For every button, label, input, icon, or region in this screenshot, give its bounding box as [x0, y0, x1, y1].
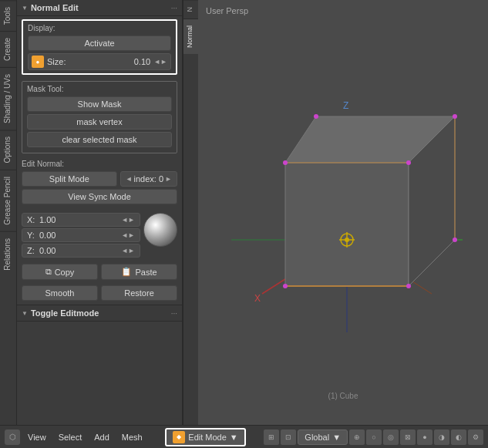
- global-button[interactable]: Global ▼: [298, 429, 348, 445]
- index-button[interactable]: ◄ index: 0 ►: [120, 171, 177, 187]
- index-arrow-right: ►: [165, 175, 172, 183]
- left-tab-create[interactable]: Create: [0, 31, 16, 67]
- paste-label: Paste: [135, 268, 156, 277]
- paste-button[interactable]: 📋 Paste: [101, 264, 177, 280]
- z-value[interactable]: 0.00: [39, 246, 121, 255]
- right-icons: ⊞ ⊡ Global ▼ ⊕ ○ ◎ ⊠ ● ◑ ◐ ⚙: [264, 429, 483, 445]
- display-section: Display: Activate ● Size: 0.10 ◄►: [22, 19, 177, 75]
- x-arrows: ◄►: [121, 216, 135, 224]
- mesh-menu[interactable]: Mesh: [117, 431, 147, 443]
- left-tab-shading[interactable]: Shading / UVs: [0, 67, 16, 130]
- xyz-section: X: 1.00 ◄► Y: 0.00 ◄► Z: 0.00 ◄►: [17, 210, 182, 262]
- bottom-bar: ⬡ View Select Add Mesh ◆ Edit Mode ▼ ⊞ ⊡…: [0, 425, 488, 448]
- toggle-editmode-header: ▼ Toggle Editmode ···: [17, 305, 182, 322]
- index-label: index: 0: [134, 174, 164, 184]
- z-label: Z:: [27, 246, 39, 255]
- toggle-editmode-title: Toggle Editmode: [31, 308, 168, 318]
- sidebar-panel: ▼ Normal Edit ··· Display: Activate ● Si…: [17, 0, 183, 425]
- viewport-label: User Persp: [206, 6, 248, 15]
- global-label: Global: [305, 433, 329, 442]
- display-label: Display:: [28, 24, 171, 32]
- add-menu[interactable]: Add: [89, 431, 114, 443]
- left-tab-strip: Tools Create Shading / UVs Options Greas…: [0, 0, 17, 425]
- clear-selected-mask-button[interactable]: clear selected mask: [27, 132, 172, 147]
- split-row: Split Mode ◄ index: 0 ►: [22, 171, 177, 187]
- z-input-row[interactable]: Z: 0.00 ◄►: [22, 244, 140, 258]
- edit-normal-label: Edit Normal:: [22, 160, 177, 168]
- icon-solid[interactable]: ●: [417, 429, 432, 445]
- panel-collapse-triangle[interactable]: ▼: [22, 5, 28, 12]
- y-input-row[interactable]: Y: 0.00 ◄►: [22, 228, 140, 242]
- y-value[interactable]: 0.00: [39, 231, 121, 240]
- copy-paste-row: ⧉ Copy 📋 Paste: [17, 262, 182, 281]
- edit-mode-icon: ◆: [173, 431, 185, 443]
- left-tab-options[interactable]: Options: [0, 130, 16, 169]
- global-dropdown: ▼: [332, 433, 341, 442]
- size-label: Size:: [47, 57, 134, 66]
- icon-overlay[interactable]: ◎: [383, 429, 399, 445]
- edit-normal-section: Edit Normal: Split Mode ◄ index: 0 ► Vie…: [17, 157, 182, 210]
- copy-label: Copy: [55, 268, 75, 277]
- object-name: (1) Cube: [328, 392, 358, 400]
- x-label: X:: [27, 215, 39, 224]
- panel-title: Normal Edit: [31, 3, 168, 12]
- cube-svg: Z X: [224, 70, 470, 348]
- icon-view2[interactable]: ⊡: [281, 429, 296, 445]
- svg-point-12: [283, 284, 288, 288]
- icon-settings[interactable]: ⚙: [468, 429, 483, 445]
- y-arrows: ◄►: [121, 231, 135, 239]
- toggle-options-dots[interactable]: ···: [171, 309, 177, 318]
- copy-icon: ⧉: [45, 267, 52, 277]
- svg-point-22: [345, 237, 349, 242]
- z-arrows: ◄►: [121, 247, 135, 254]
- edit-mode-button[interactable]: ◆ Edit Mode ▼: [165, 428, 245, 446]
- svg-point-17: [453, 114, 457, 119]
- show-mask-button[interactable]: Show Mask: [27, 96, 172, 112]
- mask-vertex-button[interactable]: mask vertex: [27, 114, 172, 130]
- left-tab-grease[interactable]: Grease Pencil: [0, 170, 16, 231]
- left-tab-tools[interactable]: Tools: [0, 0, 16, 31]
- toggle-collapse-triangle[interactable]: ▼: [22, 310, 28, 317]
- panel-header: ▼ Normal Edit ···: [17, 0, 182, 16]
- size-arrows: ◄►: [153, 58, 167, 66]
- select-menu[interactable]: Select: [54, 431, 87, 443]
- paste-icon: 📋: [121, 267, 132, 277]
- size-row: ● Size: 0.10 ◄►: [28, 53, 171, 70]
- x-input-row[interactable]: X: 1.00 ◄►: [22, 213, 140, 227]
- edit-mode-dropdown-arrow: ▼: [230, 433, 238, 442]
- y-label: Y:: [27, 231, 39, 240]
- size-value[interactable]: 0.10: [134, 57, 150, 66]
- icon-material[interactable]: ◑: [434, 429, 449, 445]
- viewport-icon[interactable]: ⬡: [5, 429, 20, 445]
- icon-xray[interactable]: ⊠: [400, 429, 416, 445]
- smooth-restore-row: Smooth Restore: [17, 284, 182, 302]
- svg-text:Z: Z: [343, 100, 348, 111]
- right-tab-n[interactable]: N: [183, 0, 198, 19]
- view-sync-button[interactable]: View Sync Mode: [22, 189, 177, 204]
- split-mode-button[interactable]: Split Mode: [22, 171, 117, 187]
- activate-button[interactable]: Activate: [28, 35, 171, 51]
- svg-point-14: [283, 160, 288, 165]
- panel-options-dots[interactable]: ···: [171, 4, 177, 12]
- view-menu[interactable]: View: [23, 431, 51, 443]
- xyz-inputs: X: 1.00 ◄► Y: 0.00 ◄► Z: 0.00 ◄►: [22, 213, 140, 259]
- edit-mode-label: Edit Mode: [188, 433, 227, 442]
- right-tab-normal[interactable]: Normal: [183, 19, 198, 54]
- icon-snap[interactable]: ⊕: [349, 429, 365, 445]
- index-arrow-left: ◄: [126, 175, 133, 183]
- svg-text:X: X: [254, 293, 261, 304]
- icon-rendered[interactable]: ◐: [451, 429, 466, 445]
- svg-point-16: [314, 114, 318, 119]
- right-tab-strip: N Normal: [183, 0, 198, 425]
- copy-button[interactable]: ⧉ Copy: [22, 264, 98, 280]
- icon-view1[interactable]: ⊞: [264, 429, 279, 445]
- smooth-button[interactable]: Smooth: [22, 285, 98, 301]
- cube-area: Z X: [206, 15, 488, 402]
- svg-point-15: [406, 160, 411, 165]
- x-value[interactable]: 1.00: [39, 215, 121, 224]
- left-tab-relations[interactable]: Relations: [0, 231, 16, 277]
- mask-section: Mask Tool: Show Mask mask vertex clear s…: [22, 81, 177, 153]
- icon-proportional[interactable]: ○: [366, 429, 382, 445]
- mask-tool-label: Mask Tool:: [27, 85, 172, 93]
- restore-button[interactable]: Restore: [101, 285, 177, 301]
